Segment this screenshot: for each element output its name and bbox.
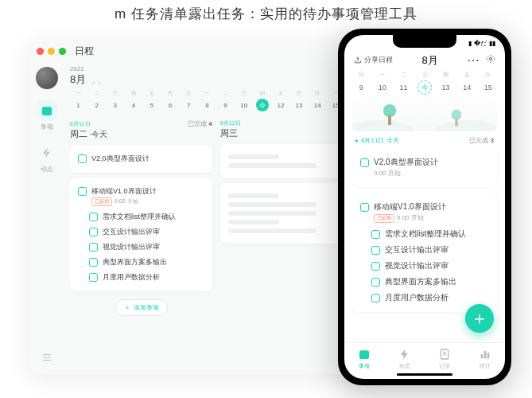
share-button[interactable]: 分享日程 (354, 55, 393, 65)
sidebar-rail: 事项 动态 (29, 62, 65, 374)
checkbox-icon[interactable] (371, 230, 380, 239)
chevron-right-icon: ▸ (355, 137, 359, 144)
sidebar-item-schedule[interactable]: 事项 (37, 100, 57, 131)
checkbox-icon[interactable] (371, 246, 380, 255)
phone-frame: ▮ �だ ▮▮ 分享日程 8月 ⋯ 日 一 二 三 四 五 (338, 29, 511, 385)
settings-icon[interactable] (486, 53, 495, 68)
sidebar-item-energy[interactable]: 动态 (37, 142, 57, 174)
svg-rect-0 (42, 107, 52, 115)
tab-energy[interactable]: 动态 (398, 348, 411, 370)
year-label: 2021 (70, 65, 86, 72)
checkbox-icon[interactable] (78, 154, 87, 163)
battery-icon: ▮▮ (489, 40, 495, 47)
tab-record[interactable]: 记录 (438, 348, 451, 370)
desktop-window: 日程 事项 动态 2021 (29, 40, 371, 374)
plus-icon: ＋ (124, 303, 130, 312)
calendar-icon (37, 100, 57, 121)
sidebar-item-label: 事项 (41, 123, 53, 131)
plus-icon: ＋ (471, 306, 488, 330)
signal-icon: ▮ (468, 40, 472, 47)
checkbox-icon[interactable] (78, 187, 87, 196)
more-icon[interactable]: ⋯ (467, 53, 480, 68)
notch (393, 35, 456, 48)
add-fab-button[interactable]: ＋ (465, 304, 494, 333)
today-indicator[interactable]: ▸ 8月11日 今天 (355, 136, 399, 145)
page-title: m 任务清单露出任务：实用的待办事项管理工具 (0, 0, 532, 25)
weekday-row: 日 一 二 三 四 五 六 (344, 71, 505, 79)
calendar-day-today: 四今 (254, 90, 270, 111)
checkbox-icon[interactable] (89, 228, 98, 236)
overdue-tag: 已延期 (91, 197, 112, 206)
checkbox-icon[interactable] (371, 262, 380, 271)
add-task-button[interactable]: ＋ 添加事项 (115, 299, 168, 316)
done-count: 已完成 4 (188, 119, 212, 128)
svg-point-1 (489, 58, 491, 60)
column-date: 8月11日 (70, 120, 107, 128)
tree-icon (449, 110, 464, 127)
checkbox-icon[interactable] (371, 294, 380, 302)
svg-rect-4 (480, 354, 483, 358)
sidebar-item-label: 动态 (41, 165, 53, 174)
window-title: 日程 (75, 45, 94, 58)
calendar-day-today: 今 (414, 80, 436, 95)
date-row[interactable]: 9 10 11 今 13 14 15 (344, 79, 505, 95)
checkbox-icon[interactable] (89, 273, 98, 282)
avatar[interactable] (36, 67, 58, 89)
maximize-icon[interactable] (59, 48, 66, 55)
checkbox-icon[interactable] (360, 203, 369, 212)
month-picker[interactable]: 2021 8月 ‹ › (70, 65, 363, 87)
svg-rect-6 (487, 353, 489, 358)
month-label[interactable]: 8月 (421, 53, 437, 68)
wifi-icon: �だ (474, 39, 487, 48)
day-column-today: 8月11日 周二 ·今天 已完成 4 V2.0典型界面设计 移动端V1.0界面设… (70, 119, 212, 366)
column-date: 8月12日 (220, 119, 241, 127)
tab-schedule[interactable]: 事项 (358, 348, 371, 370)
close-icon[interactable] (37, 48, 44, 55)
home-indicator[interactable] (397, 373, 452, 376)
tab-stats[interactable]: 统计 (479, 348, 491, 370)
svg-rect-5 (483, 351, 486, 358)
illustration (352, 98, 497, 131)
task-card[interactable]: 移动端V1.0界面设计 已延期9:00 开始 需求文档list整理并确认 交互设… (352, 193, 497, 312)
calendar-strip[interactable]: 一1 二2 三3 四4 五5 六6 日7 一8 二9 三10 四今 五12 六1… (70, 90, 363, 111)
menu-icon[interactable] (41, 352, 53, 366)
checkbox-icon[interactable] (371, 278, 380, 287)
bolt-icon (37, 142, 57, 163)
month-label: 8月 (70, 73, 86, 85)
checkbox-icon[interactable] (360, 158, 369, 167)
task-card[interactable]: V2.0典型界面设计 (70, 145, 212, 173)
done-count: 已完成 3 (469, 136, 494, 145)
checkbox-icon[interactable] (89, 258, 98, 267)
svg-rect-2 (359, 350, 369, 359)
chevron-left-icon[interactable]: ‹ (92, 79, 95, 87)
titlebar: 日程 (29, 40, 371, 62)
minimize-icon[interactable] (48, 48, 55, 55)
task-card[interactable]: 移动端V1.0界面设计 已延期9:00 开始 需求文档list整理并确认 交互设… (70, 178, 212, 291)
task-card[interactable]: V2.0典型界面设计 9:00 开始 (352, 148, 497, 187)
chevron-right-icon[interactable]: › (98, 79, 100, 87)
checkbox-icon[interactable] (89, 243, 98, 252)
tree-icon (381, 104, 398, 125)
overdue-tag: 已延期 (374, 214, 394, 223)
checkbox-icon[interactable] (89, 213, 98, 221)
